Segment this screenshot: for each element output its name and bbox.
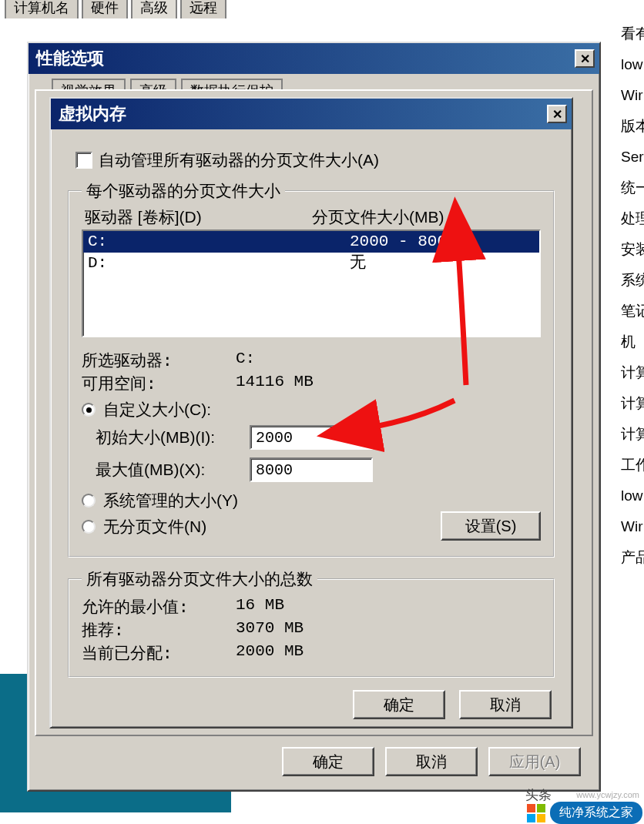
radio-system-label: 系统管理的大小(Y) xyxy=(103,490,238,511)
virtual-memory-window: 虚拟内存 ✕ 自动管理所有驱动器的分页文件大小(A) 每个驱动器的分页文件大小 … xyxy=(49,97,573,729)
perf-title: 性能选项 xyxy=(36,47,104,70)
close-icon[interactable]: ✕ xyxy=(547,105,567,123)
drive-listbox[interactable]: C: 2000 - 8000 D: 无 xyxy=(82,229,541,337)
drive-d-label: D: xyxy=(88,253,319,274)
windows-logo-icon xyxy=(527,804,545,822)
selected-drive-label: 所选驱动器: xyxy=(82,350,236,371)
initial-size-row: 初始大小(MB)(I): 2000 xyxy=(96,425,541,450)
bg-tab-hardware[interactable]: 硬件 xyxy=(82,0,128,18)
max-size-row: 最大值(MB)(X): 8000 xyxy=(96,457,541,482)
max-size-label: 最大值(MB)(X): xyxy=(96,459,242,481)
initial-size-input[interactable]: 2000 xyxy=(250,425,373,450)
close-icon[interactable]: ✕ xyxy=(575,49,595,68)
radio-system-managed[interactable]: 系统管理的大小(Y) xyxy=(82,490,541,511)
drive-c-size: 2000 - 8000 xyxy=(319,231,535,253)
initial-size-label: 初始大小(MB)(I): xyxy=(96,427,242,448)
vm-button-row: 确定 取消 xyxy=(68,690,555,719)
auto-manage-checkbox-row[interactable]: 自动管理所有驱动器的分页文件大小(A) xyxy=(75,149,555,171)
recommended-label: 推荐: xyxy=(82,619,236,641)
radio-custom-label: 自定义大小(C): xyxy=(103,399,211,420)
total-pagefile-group: 所有驱动器分页文件大小的总数 允许的最小值: 16 MB 推荐: 3070 MB… xyxy=(68,568,555,678)
set-button[interactable]: 设置(S) xyxy=(441,511,541,541)
free-space-label: 可用空间: xyxy=(82,373,236,394)
radio-custom-size[interactable]: 自定义大小(C): xyxy=(82,399,541,420)
drive-pagefile-group: 每个驱动器的分页文件大小 驱动器 [卷标](D) 分页文件大小(MB) C: 2… xyxy=(68,180,555,558)
perf-button-row: 确定 取消 应用(A) xyxy=(29,747,599,776)
perf-titlebar: 性能选项 ✕ xyxy=(29,43,599,74)
checkbox-icon[interactable] xyxy=(75,152,92,169)
current-label: 当前已分配: xyxy=(82,642,236,664)
perf-ok-button[interactable]: 确定 xyxy=(282,747,374,776)
vm-titlebar: 虚拟内存 ✕ xyxy=(51,99,572,129)
perf-apply-button[interactable]: 应用(A) xyxy=(488,747,581,776)
vm-cancel-button[interactable]: 取消 xyxy=(459,690,552,719)
current-allocated-row: 当前已分配: 2000 MB xyxy=(82,642,541,664)
max-size-input[interactable]: 8000 xyxy=(250,457,373,482)
recommended-row: 推荐: 3070 MB xyxy=(82,619,541,641)
selected-drive-value: C: xyxy=(236,350,255,371)
drive-row-d[interactable]: D: 无 xyxy=(83,253,539,274)
background-text-fragments: 看有low Wir版本 Ser统一 处理安装 系统笔记 机计算 计算计算 工作l… xyxy=(621,18,644,573)
selected-drive-row: 所选驱动器: C: xyxy=(82,350,541,371)
min-allowed-label: 允许的最小值: xyxy=(82,596,236,618)
radio-icon[interactable] xyxy=(82,403,96,417)
watermark-url: www.ycwjzy.com xyxy=(576,790,639,799)
current-value: 2000 MB xyxy=(236,642,304,664)
drive-row-c[interactable]: C: 2000 - 8000 xyxy=(83,231,539,253)
min-allowed-value: 16 MB xyxy=(236,596,284,618)
auto-manage-label: 自动管理所有驱动器的分页文件大小(A) xyxy=(99,149,379,171)
free-space-value: 14116 MB xyxy=(236,373,314,394)
radio-icon[interactable] xyxy=(82,520,96,534)
vm-ok-button[interactable]: 确定 xyxy=(353,690,445,719)
bg-tab-computer-name[interactable]: 计算机名 xyxy=(5,0,79,18)
min-allowed-row: 允许的最小值: 16 MB xyxy=(82,596,541,618)
bg-tab-remote[interactable]: 远程 xyxy=(180,0,226,18)
drive-group-legend: 每个驱动器的分页文件大小 xyxy=(82,180,285,202)
drive-c-label: C: xyxy=(88,231,319,253)
free-space-row: 可用空间: 14116 MB xyxy=(82,373,541,394)
drive-list-headers: 驱动器 [卷标](D) 分页文件大小(MB) xyxy=(82,206,541,229)
watermark: 纯净系统之家 xyxy=(527,802,642,824)
col-drive-label: 驱动器 [卷标](D) xyxy=(85,206,312,228)
recommended-value: 3070 MB xyxy=(236,619,304,641)
vm-title: 虚拟内存 xyxy=(59,102,126,126)
perf-cancel-button[interactable]: 取消 xyxy=(385,747,478,776)
total-group-legend: 所有驱动器分页文件大小的总数 xyxy=(82,568,317,590)
radio-icon[interactable] xyxy=(82,494,96,507)
radio-none-label: 无分页文件(N) xyxy=(103,516,206,538)
bg-tab-advanced[interactable]: 高级 xyxy=(131,0,177,18)
col-size-label: 分页文件大小(MB) xyxy=(312,206,538,228)
drive-d-size: 无 xyxy=(319,253,535,274)
background-tab-strip: 计算机名 硬件 高级 远程 xyxy=(5,0,226,18)
watermark-brand: 纯净系统之家 xyxy=(550,802,642,824)
